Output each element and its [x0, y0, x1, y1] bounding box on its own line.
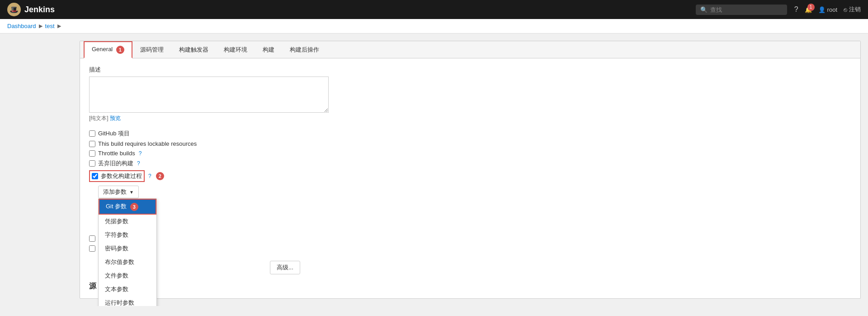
logout-button[interactable]: ⎋ 注销 [844, 5, 861, 14]
logout-label: 注销 [849, 5, 861, 14]
text-format-label: [纯文本] [89, 115, 108, 121]
add-param-dropdown: 添加参数 Git 参数 3 凭据参数 字符参数 [98, 186, 139, 198]
github-checkbox[interactable] [89, 130, 95, 137]
tab-triggers[interactable]: 构建触发器 [171, 42, 216, 58]
dropdown-item-git[interactable]: Git 参数 3 [99, 199, 156, 215]
breadcrumb-sep-1: ▶ [39, 23, 42, 29]
param-dropdown-menu: Git 参数 3 凭据参数 字符参数 密码参数 布尔 [98, 198, 157, 306]
top-navigation: 🎩 Jenkins 🔍 ? 🔔 1 👤 root ⎋ 注销 [0, 0, 868, 19]
tab-general[interactable]: General 1 [84, 41, 132, 58]
description-textarea[interactable] [89, 77, 329, 113]
tab-general-badge: 1 [116, 46, 124, 54]
source-section-label: 源 [89, 282, 851, 291]
alert-badge: 1 [807, 4, 815, 11]
tab-scm[interactable]: 源码管理 [132, 42, 171, 58]
throttle-label: Throttle builds [98, 150, 135, 157]
checkbox-throttle: Throttle builds ? [89, 150, 851, 157]
search-icon: 🔍 [700, 6, 708, 13]
dropdown-item-boolean[interactable]: 布尔值参数 [99, 255, 156, 269]
git-param-badge: 3 [130, 203, 138, 211]
search-input[interactable] [710, 6, 783, 13]
dropdown-item-string[interactable]: 字符参数 [99, 228, 156, 242]
checkbox-parametrize-row: 参数化构建过程 ? 2 [89, 170, 851, 182]
logout-icon: ⎋ [844, 6, 847, 13]
dropdown-item-password[interactable]: 密码参数 [99, 242, 156, 255]
text-preview: [纯文本] 预览 [89, 115, 851, 122]
help-icon[interactable]: ? [794, 5, 798, 14]
dropdown-item-credentials[interactable]: 凭据参数 [99, 215, 156, 228]
tab-post[interactable]: 构建后操作 [282, 42, 327, 58]
discard-label: 丢弃旧的构建 [98, 159, 133, 168]
breadcrumb-dashboard[interactable]: Dashboard [7, 23, 36, 29]
throttle-help-icon[interactable]: ? [139, 150, 142, 157]
advanced-button[interactable]: 高级... [270, 261, 300, 274]
config-body: 描述 [纯文本] 预览 GitHub 项目 This build require… [80, 58, 860, 298]
lockable-label: This build requires lockable resources [98, 140, 197, 147]
tab-env[interactable]: 构建环境 [216, 42, 255, 58]
parametrize-highlight-box: 参数化构建过程 [89, 170, 145, 182]
lockable-checkbox[interactable] [89, 141, 95, 147]
user-info: 👤 root [818, 6, 837, 13]
dropdown-item-text[interactable]: 文本参数 [99, 282, 156, 296]
nav-icons: ? 🔔 1 👤 root ⎋ 注销 [794, 5, 861, 14]
preview-link[interactable]: 预览 [110, 115, 121, 121]
param-section: 添加参数 Git 参数 3 凭据参数 字符参数 [98, 186, 851, 198]
breadcrumb-sep-2: ▶ [57, 23, 61, 29]
github-label: GitHub 项目 [98, 129, 130, 138]
alert-button[interactable]: 🔔 1 [805, 6, 812, 13]
add-param-button[interactable]: 添加参数 [98, 186, 139, 198]
parametrize-label: 参数化构建过程 [101, 172, 142, 180]
username-label: root [827, 6, 837, 13]
parametrize-checkbox[interactable] [92, 173, 98, 179]
checkbox-concurrent: 此处构建 ? [89, 235, 851, 243]
concurrent-checkbox[interactable] [89, 235, 95, 242]
description-label: 描述 [89, 66, 851, 74]
jenkins-title: Jenkins [24, 5, 55, 14]
discard-help-icon[interactable]: ? [137, 160, 140, 167]
breadcrumb: Dashboard ▶ test ▶ [0, 19, 868, 34]
logo-area: 🎩 Jenkins [7, 3, 55, 16]
config-panel: General 1 源码管理 构建触发器 构建环境 构建 构建后操作 描述 [80, 41, 861, 299]
breadcrumb-test[interactable]: test [45, 23, 55, 29]
more-checkboxes: 此处构建 ? [89, 235, 851, 252]
checkbox-lockable: This build requires lockable resources [89, 140, 851, 147]
jenkins-logo: 🎩 [7, 3, 21, 16]
extra2-checkbox[interactable] [89, 245, 95, 252]
checkbox-discard: 丢弃旧的构建 ? [89, 159, 851, 168]
main-content: General 1 源码管理 构建触发器 构建环境 构建 构建后操作 描述 [0, 34, 868, 306]
throttle-checkbox[interactable] [89, 150, 95, 157]
checkbox-extra2 [89, 245, 851, 252]
tabs-row: General 1 源码管理 构建触发器 构建环境 构建 构建后操作 [80, 41, 860, 58]
search-box[interactable]: 🔍 [696, 5, 787, 15]
dropdown-item-file[interactable]: 文件参数 [99, 269, 156, 282]
checkbox-github: GitHub 项目 [89, 129, 851, 138]
tab-build[interactable]: 构建 [255, 42, 282, 58]
user-icon: 👤 [818, 6, 826, 13]
parametrize-step-badge: 2 [156, 172, 164, 180]
parametrize-help-icon[interactable]: ? [148, 173, 151, 179]
dropdown-item-runtime[interactable]: 运行时参数 [99, 296, 156, 306]
advanced-btn-row: 高级... [270, 261, 851, 274]
discard-checkbox[interactable] [89, 160, 95, 167]
